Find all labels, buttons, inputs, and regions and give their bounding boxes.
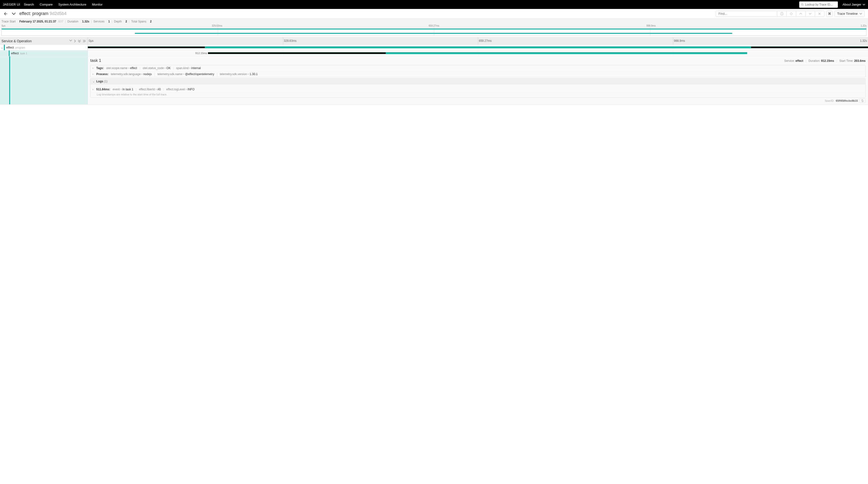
next-button[interactable] xyxy=(806,13,815,15)
span-row-task1[interactable]: effect task 1 912.15ms xyxy=(0,51,868,56)
logs-section: ⌄ Logs (1) › 511.84ms: event=In task 1| … xyxy=(90,78,866,97)
span-bar[interactable] xyxy=(88,46,868,48)
chevron-right-icon: › xyxy=(92,66,95,70)
help-button[interactable]: ? xyxy=(777,12,786,16)
chevron-down-icon xyxy=(860,13,862,15)
chevron-down-icon xyxy=(863,4,865,5)
search-icon xyxy=(801,3,804,6)
chevron-right-icon: › xyxy=(92,88,95,91)
nav-compare[interactable]: Compare xyxy=(40,3,53,6)
columns-header: Service & Operation 0μs 329.63ms 659.27m… xyxy=(0,37,868,45)
trace-title: effect: program 9d2d5b4 xyxy=(19,11,67,16)
clear-button[interactable] xyxy=(815,12,824,15)
trace-meta: Trace Start February 17 2025, 01:21:37.6… xyxy=(0,19,868,24)
span-detail: task 1 Service: effect | Duration: 912.1… xyxy=(0,56,868,105)
minimap-graph[interactable] xyxy=(1,27,867,36)
log-note: Log timestamps are relative to the start… xyxy=(90,92,865,97)
link-icon xyxy=(861,99,864,102)
span-duration-label: 912.15ms xyxy=(195,52,208,55)
minimap[interactable]: 0μs 329.63ms 659.27ms 988.9ms 1.32s xyxy=(0,24,868,37)
detail-info: Service: effect | Duration: 912.15ms | S… xyxy=(784,59,866,62)
back-button[interactable] xyxy=(3,12,7,16)
minimap-ticks: 0μs 329.63ms 659.27ms 988.9ms 1.32s xyxy=(0,24,868,27)
keyboard-shortcuts-button[interactable]: ⌘ xyxy=(826,11,833,17)
topbar: JAEGER UI Search Compare System Architec… xyxy=(0,0,868,9)
logs-header[interactable]: ⌄ Logs (1) xyxy=(90,79,865,85)
service-color xyxy=(4,45,5,50)
service-color xyxy=(9,51,10,56)
expand-all-icon[interactable] xyxy=(83,39,86,42)
locate-button[interactable] xyxy=(787,12,796,16)
about-menu[interactable]: About Jaeger xyxy=(843,3,865,6)
trace-header: effect: program 9d2d5b4 ? ⌘ Trace Timeli… xyxy=(0,9,868,19)
topnav: Search Compare System Architecture Monit… xyxy=(24,3,102,6)
brand[interactable]: JAEGER UI xyxy=(3,3,20,6)
caret-icon[interactable]: ⌄ xyxy=(0,46,4,49)
chevron-right-icon: › xyxy=(92,73,95,76)
span-operation: task 1 xyxy=(20,52,27,55)
svg-point-0 xyxy=(801,4,803,5)
span-operation: program xyxy=(16,46,25,49)
span-service: effect xyxy=(11,52,19,55)
collapse-toggle[interactable] xyxy=(11,12,16,15)
process-row[interactable]: › Process: telemetry.sdk.language=nodejs… xyxy=(90,71,865,77)
nav-system-architecture[interactable]: System Architecture xyxy=(58,3,86,6)
log-entry[interactable]: › 511.84ms: event=In task 1| effect.fibe… xyxy=(90,86,865,92)
span-id: SpanID: 65ff458fecbe8b15 xyxy=(90,98,866,103)
tags-row[interactable]: › Tags: otel.scope.name=effect| otel.sta… xyxy=(90,65,865,71)
service-operation-header: Service & Operation xyxy=(1,39,69,43)
lookup-trace[interactable] xyxy=(799,1,838,8)
chevron-down-icon: ⌄ xyxy=(92,80,95,83)
nav-monitor[interactable]: Monitor xyxy=(92,3,102,6)
expand-one-icon[interactable] xyxy=(74,39,76,42)
span-bar[interactable] xyxy=(208,52,747,54)
svg-line-1 xyxy=(803,5,804,5)
trace-hash: 9d2d5b4 xyxy=(50,11,67,16)
span-service: effect xyxy=(6,46,14,49)
lookup-input[interactable] xyxy=(805,3,836,6)
nav-search[interactable]: Search xyxy=(24,3,34,6)
timeline-ruler: 0μs 329.63ms 659.27ms 988.9ms 1.32s xyxy=(88,37,868,45)
view-select[interactable]: Trace Timeline xyxy=(834,11,865,17)
detail-name: task 1 xyxy=(90,58,784,63)
collapse-all-icon[interactable] xyxy=(69,39,72,42)
collapse-children-icon[interactable] xyxy=(78,39,81,42)
find-input[interactable] xyxy=(716,12,777,16)
span-row-program[interactable]: ⌄ effect program xyxy=(0,45,868,51)
svg-text:?: ? xyxy=(781,12,783,15)
copy-spanid-button[interactable] xyxy=(859,98,866,103)
prev-button[interactable] xyxy=(796,13,805,15)
find-bar: ? xyxy=(716,11,824,17)
tags-section: › Tags: otel.scope.name=effect| otel.sta… xyxy=(90,65,866,77)
